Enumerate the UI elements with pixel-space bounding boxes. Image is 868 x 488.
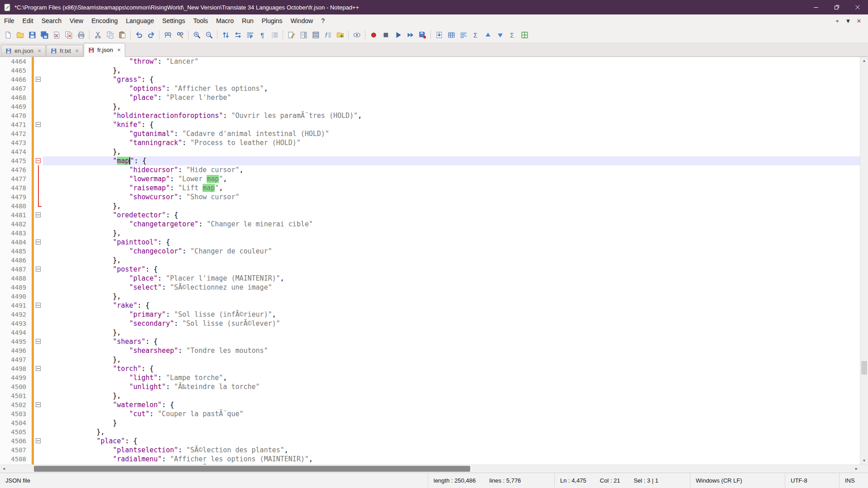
code-text[interactable]: "rake": { (43, 301, 860, 310)
menu-item-search[interactable]: Search (38, 15, 66, 26)
code-text[interactable]: "options": "Afficher les options", (43, 84, 860, 93)
tab-list-button[interactable]: ▼ (843, 16, 854, 26)
code-text[interactable]: "radialmenu": "Afficher les options (MAI… (43, 455, 860, 464)
code-view[interactable]: 4464 "throw": "Lancer"4465 },4466 "grass… (0, 57, 860, 465)
plugin-sum-button[interactable]: Σ (470, 29, 481, 41)
code-text[interactable]: "hidecursor": "Hide cursor", (43, 165, 860, 174)
plugin-calc-button[interactable]: Σ (506, 29, 518, 41)
code-text[interactable]: "shearsheep": "Tondre les moutons" (43, 346, 860, 355)
code-text[interactable]: "plantselection": "SÃ©lection des plante… (43, 446, 860, 455)
code-text[interactable]: "map": { (43, 156, 860, 165)
word-wrap-button[interactable] (244, 29, 256, 41)
plugin-sort-descending-button[interactable] (494, 29, 506, 41)
code-text[interactable]: }, (43, 427, 860, 436)
code-text[interactable]: "oredetector": { (43, 211, 860, 220)
close-tab-icon[interactable]: ✕ (117, 47, 121, 52)
plugin-grid-settings-button[interactable] (519, 29, 530, 41)
replace-button[interactable] (174, 29, 186, 41)
cut-button[interactable] (92, 29, 104, 41)
code-text[interactable]: "torch": { (43, 364, 860, 373)
code-text[interactable]: "shears": { (43, 337, 860, 346)
code-text[interactable]: "place": { (43, 436, 860, 446)
fold-collapse-button[interactable] (36, 212, 41, 217)
print-button[interactable] (75, 29, 87, 41)
code-text[interactable]: }, (43, 66, 860, 75)
sync-vertical-scrolling-button[interactable] (220, 29, 231, 41)
fold-collapse-button[interactable] (36, 77, 41, 82)
menu-item-view[interactable]: View (66, 15, 87, 26)
close-tab-icon[interactable]: ✕ (75, 48, 79, 53)
code-text[interactable]: "showcursor": "Show cursor" (43, 192, 860, 202)
code-text[interactable]: "knife": { (43, 120, 860, 129)
document-map-button[interactable] (297, 29, 309, 41)
code-text[interactable]: "tanningrack": "Process to leather (HOLD… (43, 138, 860, 147)
code-text[interactable]: "textureselection": "SÃ©lection de textu… (43, 464, 860, 465)
fold-collapse-button[interactable] (36, 158, 41, 163)
code-text[interactable]: "raisemap": "Lift map", (43, 183, 860, 192)
horizontal-scrollbar-track[interactable] (8, 465, 853, 473)
stop-recording-button[interactable] (380, 29, 392, 41)
zoom-out-button[interactable] (203, 29, 215, 41)
open-file-button[interactable] (14, 29, 26, 41)
play-macro-button[interactable] (392, 29, 404, 41)
close-all-button[interactable] (63, 29, 75, 41)
fold-collapse-button[interactable] (36, 339, 41, 344)
fold-collapse-button[interactable] (36, 366, 41, 371)
code-text[interactable]: "holdinteractionforoptions": "Ouvrir les… (43, 111, 860, 120)
menu-item-file[interactable]: File (0, 15, 19, 26)
close-tab-icon[interactable]: ✕ (38, 48, 41, 53)
code-text[interactable]: }, (43, 102, 860, 111)
code-text[interactable]: "select": "SÃ©lectionnez une image" (43, 283, 860, 292)
status-insert-mode[interactable]: INS (839, 473, 868, 488)
run-macro-multiple-times-button[interactable] (404, 29, 416, 41)
menu-item-language[interactable]: Language (122, 15, 158, 26)
vertical-scrollbar-thumb[interactable] (861, 361, 867, 375)
function-list-button[interactable]: f (322, 29, 334, 41)
code-text[interactable]: }, (43, 328, 860, 337)
code-text[interactable]: "secondary": "Sol lisse (surÃ©lever)" (43, 319, 860, 328)
maximize-button[interactable] (826, 0, 847, 14)
code-text[interactable]: "unlight": "Ã‰teindre la torche" (43, 382, 860, 391)
menu-item-window[interactable]: Window (287, 15, 317, 26)
code-text[interactable]: "grass": { (43, 75, 860, 84)
code-text[interactable]: "throw": "Lancer" (43, 57, 860, 66)
fold-collapse-button[interactable] (36, 402, 41, 407)
code-text[interactable]: "changetargetore": "Changer le minerai c… (43, 220, 860, 229)
vertical-scrollbar[interactable]: ▲ ▼ (860, 57, 868, 465)
code-text[interactable]: }, (43, 256, 860, 265)
code-text[interactable]: "gutanimal": "Cadavre d'animal intestina… (43, 129, 860, 138)
code-text[interactable]: "light": "Lampe torche", (43, 373, 860, 382)
code-text[interactable]: "primary": "Sol lisse (infÃ©rieur)", (43, 310, 860, 319)
undo-button[interactable] (133, 29, 145, 41)
fold-collapse-button[interactable] (36, 122, 41, 127)
monitoring-button[interactable] (351, 29, 363, 41)
plugin-import-document-button[interactable] (433, 29, 445, 41)
copy-button[interactable] (104, 29, 116, 41)
code-text[interactable]: }, (43, 202, 860, 211)
paste-button[interactable] (116, 29, 128, 41)
horizontal-scrollbar[interactable]: ◄ ► (0, 465, 868, 473)
horizontal-scrollbar-thumb[interactable] (34, 466, 470, 472)
new-tab-button[interactable]: + (832, 16, 843, 26)
folder-as-workspace-button[interactable] (334, 29, 346, 41)
fold-collapse-button[interactable] (36, 303, 41, 308)
scroll-left-arrow-icon[interactable]: ◄ (0, 465, 8, 473)
menu-item-settings[interactable]: Settings (158, 15, 189, 26)
code-text[interactable]: "painttool": { (43, 238, 860, 247)
code-text[interactable]: }, (43, 147, 860, 156)
code-text[interactable]: "poster": { (43, 265, 860, 274)
document-list-button[interactable] (310, 29, 321, 41)
scroll-up-arrow-icon[interactable]: ▲ (860, 57, 868, 65)
menu-item-tools[interactable]: Tools (189, 15, 212, 26)
tab-en.json[interactable]: en.json✕ (1, 45, 46, 56)
plugin-align-button[interactable] (458, 29, 469, 41)
define-language-button[interactable] (285, 29, 297, 41)
status-encoding[interactable]: UTF-8 (785, 473, 839, 488)
code-text[interactable]: }, (43, 292, 860, 301)
code-text[interactable]: }, (43, 391, 860, 400)
plugin-sort-ascending-button[interactable] (482, 29, 494, 41)
save-all-button[interactable] (38, 29, 50, 41)
tab-fr.txt[interactable]: fr.txt✕ (46, 45, 83, 56)
find-button[interactable] (162, 29, 174, 41)
scroll-right-arrow-icon[interactable]: ► (853, 465, 860, 473)
